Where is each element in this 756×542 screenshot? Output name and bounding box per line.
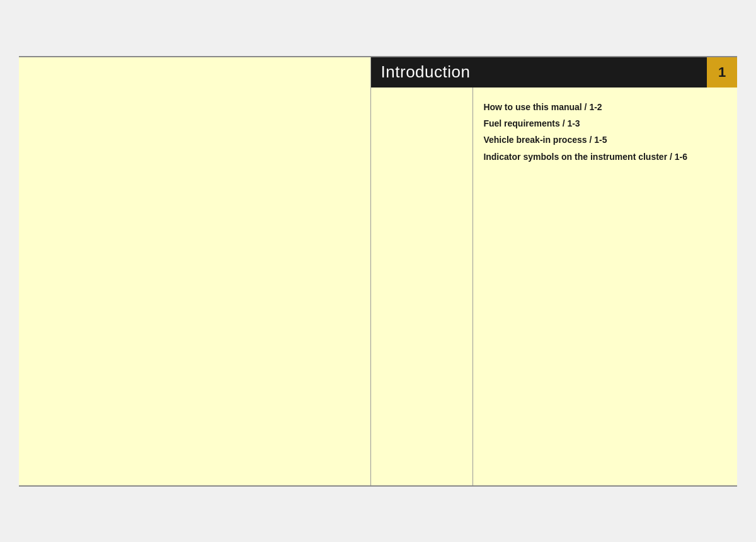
right-inner-left — [371, 88, 474, 485]
chapter-number: 1 — [718, 64, 726, 81]
toc-item-2: Fuel requirements / 1-3 — [483, 116, 727, 130]
toc-content-area: How to use this manual / 1-2 Fuel requir… — [473, 88, 737, 485]
toc-list: How to use this manual / 1-2 Fuel requir… — [473, 88, 737, 174]
bottom-rule — [19, 485, 737, 487]
chapter-number-box: 1 — [707, 57, 737, 88]
toc-item-1: How to use this manual / 1-2 — [483, 100, 727, 114]
title-bar: Introduction 1 — [371, 57, 737, 88]
toc-item-3: Vehicle break-in process / 1-5 — [483, 133, 727, 147]
left-panel — [19, 57, 371, 485]
right-panel-inner: How to use this manual / 1-2 Fuel requir… — [371, 88, 737, 485]
content-area: Introduction 1 How to use this manual / … — [19, 57, 737, 485]
toc-item-4: Indicator symbols on the instrument clus… — [483, 150, 727, 164]
right-panel: Introduction 1 How to use this manual / … — [371, 57, 737, 485]
page-container: Introduction 1 How to use this manual / … — [19, 56, 737, 487]
chapter-title: Introduction — [371, 62, 471, 82]
